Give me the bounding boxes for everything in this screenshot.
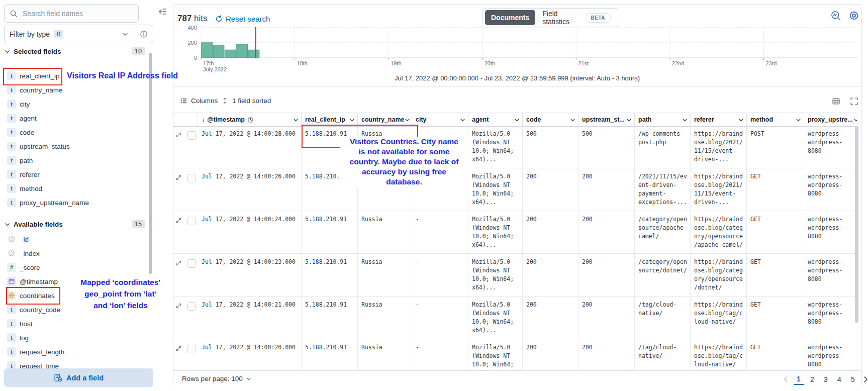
cell-referer: https://braindose.blog/2021/11/15/event-… [691,126,747,168]
row-control-cell [173,297,198,339]
field-item-method[interactable]: tmethod [0,181,149,196]
field-item-request_length[interactable]: trequest_length [0,345,149,359]
column-header-real-client-ip[interactable]: real_client_ip [302,113,358,126]
row-checkbox[interactable] [187,302,196,311]
filter-count-badge: 0 [54,30,63,38]
expand-row-icon[interactable] [175,345,182,352]
field-item-referer[interactable]: treferer [0,167,149,181]
previous-page-icon[interactable] [782,375,790,383]
row-control-cell [173,126,198,168]
page-number-4[interactable]: 4 [834,374,844,384]
column-header-referer[interactable]: referer [691,113,747,126]
row-checkbox[interactable] [187,131,196,140]
row-checkbox[interactable] [187,174,196,182]
cell-path: /tag/cloud-native/ [635,297,691,339]
column-header-country-name[interactable]: country_name [358,113,412,126]
page-number-2[interactable]: 2 [807,374,817,384]
field-item-upstream_status[interactable]: tupstream_status [0,139,149,153]
columns-button[interactable]: Columns [180,97,218,105]
field-item-agent[interactable]: tagent [0,111,149,125]
field-search-box[interactable] [4,4,139,23]
expand-row-icon[interactable] [175,303,182,309]
sort-icon [221,97,229,105]
field-item-host[interactable]: thost [0,317,149,331]
table-scrollbar[interactable] [855,127,858,323]
field-item-proxy_upstream_name[interactable]: tproxy_upstream_name [0,196,149,210]
column-header-city[interactable]: city [412,113,468,126]
row-checkbox[interactable] [187,217,196,225]
rows-per-page-label: Rows per page: 100 [182,375,243,382]
chevron-down-icon[interactable] [349,117,355,123]
svg-text:18th: 18th [297,60,308,66]
chevron-down-icon[interactable] [459,117,466,123]
svg-text:400: 400 [188,25,197,31]
inspect-icon[interactable] [830,10,841,21]
gear-icon[interactable] [848,10,859,21]
annotation-real-ip-note: Visitors Real IP Address field [67,71,178,81]
cell-country-name: Russia [358,211,412,253]
chevron-down-icon[interactable] [514,117,520,123]
column-header-path[interactable]: path [635,113,691,126]
field-item-city[interactable]: tcity [0,97,149,111]
field-label: _index [20,250,40,257]
chevron-down-icon[interactable] [795,117,802,123]
available-fields-header[interactable]: Available fields 15 [4,218,145,230]
chevron-down-icon[interactable] [853,117,857,123]
filter-by-type-dropdown[interactable]: Filter by type 0 [4,25,134,43]
field-label: _score [20,264,40,271]
field-type-icon: t [7,71,16,80]
chevron-down-icon[interactable] [293,117,299,123]
next-page-icon[interactable] [861,375,868,383]
cell-upstream-st-: 200 [578,339,635,370]
column-header-agent[interactable]: agent [468,113,523,126]
page-number-3[interactable]: 3 [821,374,831,384]
row-checkbox[interactable] [187,259,196,268]
field-type-icon: t [7,333,16,342]
column-header--timestamp[interactable]: ↓@timestamp [198,113,302,126]
expand-row-icon[interactable] [175,217,182,224]
expand-row-icon[interactable] [175,260,182,266]
field-item-log[interactable]: tlog [0,331,149,345]
field-item-_score[interactable]: #_score [0,260,149,274]
field-type-icon: t [7,100,16,109]
field-item-code[interactable]: tcode [0,125,149,139]
sidebar-scrollbar[interactable] [149,53,152,274]
filter-info-button[interactable] [134,25,153,43]
cell-method: GET [747,254,804,296]
cell-city: - [412,211,468,253]
row-checkbox[interactable] [187,345,196,353]
field-item-_index[interactable]: ?_index [0,246,149,260]
page-number-5[interactable]: 5 [848,374,858,384]
rows-per-page-button[interactable]: Rows per page: 100 [182,375,252,382]
chevron-down-icon[interactable] [682,117,688,123]
display-options-icon[interactable] [832,97,840,106]
svg-text:?: ? [11,237,13,242]
expand-row-icon[interactable] [175,174,182,181]
chevron-down-icon[interactable] [626,117,632,123]
cell--timestamp: Jul 17, 2022 @ 14:00:24.000 [198,211,302,253]
field-label: agent [20,115,37,122]
field-item-country_name[interactable]: tcountry_name [0,83,149,97]
chevron-down-icon[interactable] [569,117,576,123]
field-item-_id[interactable]: ?_id [0,232,149,246]
chevron-down-icon[interactable] [404,117,411,123]
cell-proxy-upstre-: wordpress-wordpress-8080 [804,339,857,370]
column-header-code[interactable]: code [523,113,578,126]
globe-icon [7,291,16,300]
chevron-down-icon[interactable] [738,117,744,123]
table-row: Jul 17, 2022 @ 14:00:23.0005.188.210.91R… [173,254,858,297]
sort-fields-button[interactable]: 1 field sorted [221,97,271,105]
column-header-proxy-upstre-[interactable]: proxy_upstre... [804,113,857,126]
field-item-path[interactable]: tpath [0,153,149,167]
add-field-button[interactable]: Add a field [4,368,153,387]
field-label: city [20,101,30,108]
expand-row-icon[interactable] [175,132,182,138]
fullscreen-icon[interactable] [850,97,858,106]
collapse-sidebar-icon[interactable] [158,7,167,16]
search-field-names-input[interactable] [22,9,138,18]
column-header-upstream-st-[interactable]: upstream_st... [578,113,635,126]
cell-method: GET [747,339,804,370]
page-number-1[interactable]: 1 [794,374,804,385]
column-header-method[interactable]: method [747,113,804,126]
selected-fields-header[interactable]: Selected fields 10 [4,45,145,57]
